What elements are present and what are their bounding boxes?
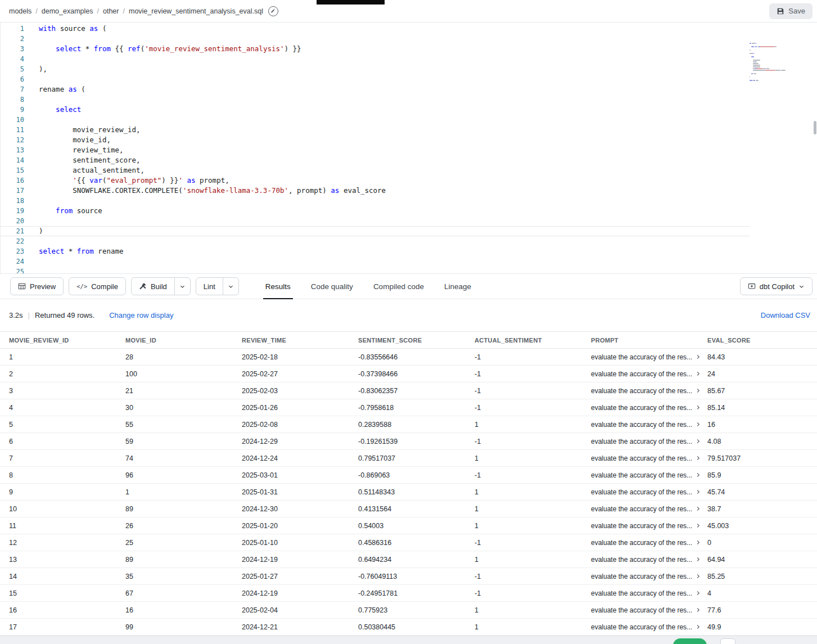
expand-prompt-icon[interactable] bbox=[695, 523, 701, 529]
copilot-button[interactable]: dbt Copilot bbox=[740, 277, 813, 295]
code-line[interactable]: 6 bbox=[1, 74, 750, 84]
expand-prompt-icon[interactable] bbox=[695, 354, 701, 360]
breadcrumb-item[interactable]: other bbox=[103, 7, 119, 15]
code-line[interactable]: 21) bbox=[1, 226, 750, 236]
compile-button[interactable]: </> Compile bbox=[69, 277, 126, 295]
code-line[interactable]: 25 bbox=[1, 267, 750, 273]
page-scrollbar-thumb[interactable] bbox=[814, 121, 816, 134]
code-token: from bbox=[56, 206, 73, 215]
expand-prompt-icon[interactable] bbox=[695, 624, 701, 630]
editor-minimap[interactable] bbox=[750, 43, 810, 85]
code-line[interactable]: 20 bbox=[1, 216, 750, 226]
cell-prompt: evaluate the accuracy of the res... bbox=[591, 539, 707, 547]
code-line[interactable]: 5), bbox=[1, 64, 750, 74]
code-line[interactable]: 1with source as ( bbox=[1, 24, 750, 34]
build-dropdown-button[interactable] bbox=[174, 277, 191, 295]
cell-actual-sentiment: -1 bbox=[475, 539, 591, 547]
cell-movie-id: 74 bbox=[125, 454, 242, 462]
expand-prompt-icon[interactable] bbox=[695, 421, 701, 427]
cell-prompt: evaluate the accuracy of the res... bbox=[591, 438, 707, 445]
column-header-review_time: REVIEW_TIME bbox=[242, 337, 358, 344]
cell-sentiment-score: -0.869063 bbox=[358, 471, 475, 479]
breadcrumb-wrap: models/demo_examples/other/movie_review_… bbox=[9, 6, 278, 16]
expand-prompt-icon[interactable] bbox=[695, 489, 701, 495]
change-row-display-link[interactable]: Change row display bbox=[109, 311, 173, 319]
expand-prompt-icon[interactable] bbox=[695, 607, 701, 613]
code-line[interactable]: 10 bbox=[1, 115, 750, 125]
lint-dropdown-button[interactable] bbox=[223, 277, 239, 295]
code-line[interactable]: 11 movie_review_id, bbox=[1, 125, 750, 135]
build-button[interactable]: Build bbox=[131, 277, 175, 295]
code-line[interactable]: 23select * from rename bbox=[1, 246, 750, 256]
tab-results[interactable]: Results bbox=[255, 274, 301, 299]
cell-movie-review-id: 16 bbox=[9, 606, 125, 614]
cell-actual-sentiment: 1 bbox=[475, 556, 591, 564]
code-line[interactable]: 15 actual_sentiment, bbox=[1, 165, 750, 175]
code-line[interactable]: 24 bbox=[1, 256, 750, 267]
breadcrumb-item[interactable]: movie_review_sentiment_analysis_eval.sql bbox=[129, 7, 263, 15]
expand-prompt-icon[interactable] bbox=[695, 472, 701, 478]
expand-prompt-icon[interactable] bbox=[695, 590, 701, 596]
code-token: select bbox=[56, 105, 81, 114]
lint-button[interactable]: Lint bbox=[196, 277, 223, 295]
preview-button[interactable]: Preview bbox=[10, 277, 64, 295]
cell-actual-sentiment: 1 bbox=[475, 623, 591, 631]
code-line[interactable]: 8 bbox=[1, 94, 750, 105]
hammer-icon bbox=[139, 282, 147, 290]
expand-prompt-icon[interactable] bbox=[695, 556, 701, 562]
expand-prompt-icon[interactable] bbox=[695, 438, 701, 444]
code-line[interactable]: 9 select bbox=[1, 105, 750, 115]
cell-actual-sentiment: 1 bbox=[475, 488, 591, 496]
edit-file-icon[interactable] bbox=[268, 6, 278, 16]
expand-prompt-icon[interactable] bbox=[695, 371, 701, 377]
cell-prompt: evaluate the accuracy of the res... bbox=[591, 505, 707, 513]
code-line[interactable]: 14 sentiment_score, bbox=[1, 155, 750, 165]
expand-prompt-icon[interactable] bbox=[695, 455, 701, 461]
code-line[interactable]: 13 review_time, bbox=[1, 145, 750, 155]
code-token: prompt, bbox=[196, 176, 229, 184]
code-line[interactable]: 7rename as ( bbox=[1, 84, 750, 94]
expand-prompt-icon[interactable] bbox=[695, 404, 701, 411]
table-row: 13892024-12-190.64942341evaluate the acc… bbox=[0, 551, 817, 568]
code-line[interactable]: 18 bbox=[1, 196, 750, 206]
expand-prompt-icon[interactable] bbox=[695, 388, 701, 394]
compile-label: Compile bbox=[91, 282, 118, 291]
cell-sentiment-score: -0.76049113 bbox=[358, 573, 475, 580]
code-token: source bbox=[56, 24, 89, 33]
download-csv-link[interactable]: Download CSV bbox=[761, 311, 810, 319]
cell-sentiment-score: 0.50380445 bbox=[358, 623, 475, 631]
code-line[interactable]: 19 from source bbox=[1, 206, 750, 216]
expand-prompt-icon[interactable] bbox=[695, 573, 701, 579]
code-line[interactable]: 22 bbox=[1, 236, 750, 246]
code-line[interactable]: 3 select * from {{ ref('movie_review_sen… bbox=[1, 44, 750, 54]
minimap-line bbox=[750, 55, 810, 56]
expand-prompt-icon[interactable] bbox=[695, 539, 701, 546]
floating-green-button[interactable] bbox=[673, 638, 707, 644]
code-text bbox=[24, 216, 39, 226]
editor-toolbar: Preview </> Compile Build Lint bbox=[0, 273, 817, 299]
cell-eval-score: 85.14 bbox=[707, 404, 817, 412]
floating-white-button[interactable] bbox=[720, 638, 735, 644]
tab-lineage[interactable]: Lineage bbox=[434, 274, 481, 299]
tab-code-quality[interactable]: Code quality bbox=[301, 274, 363, 299]
code-line[interactable]: 17 SNOWFLAKE.CORTEX.COMPLETE('snowflake-… bbox=[1, 186, 750, 196]
code-token: * bbox=[81, 44, 94, 53]
code-line[interactable]: 16 '{{ var("eval_prompt") }}' as prompt, bbox=[1, 175, 750, 186]
tab-compiled-code[interactable]: Compiled code bbox=[363, 274, 434, 299]
code-line[interactable]: 2 bbox=[1, 34, 750, 44]
divider: | bbox=[28, 311, 30, 319]
pencil-icon bbox=[270, 8, 276, 13]
cell-review-time: 2024-12-21 bbox=[242, 623, 358, 631]
expand-prompt-icon[interactable] bbox=[695, 506, 701, 512]
sql-editor[interactable]: 1with source as (23 select * from {{ ref… bbox=[0, 22, 817, 273]
cell-eval-score: 38.7 bbox=[707, 505, 817, 513]
code-line[interactable]: 4 bbox=[1, 54, 750, 64]
breadcrumb-item[interactable]: demo_examples bbox=[42, 7, 93, 15]
breadcrumb-item[interactable]: models bbox=[9, 7, 31, 15]
save-button[interactable]: Save bbox=[769, 3, 813, 19]
cell-eval-score: 85.9 bbox=[707, 471, 817, 479]
minimap-line bbox=[750, 43, 810, 44]
code-line[interactable]: 12 movie_id, bbox=[1, 135, 750, 145]
cell-review-time: 2024-12-19 bbox=[242, 589, 358, 597]
cell-actual-sentiment: -1 bbox=[475, 471, 591, 479]
